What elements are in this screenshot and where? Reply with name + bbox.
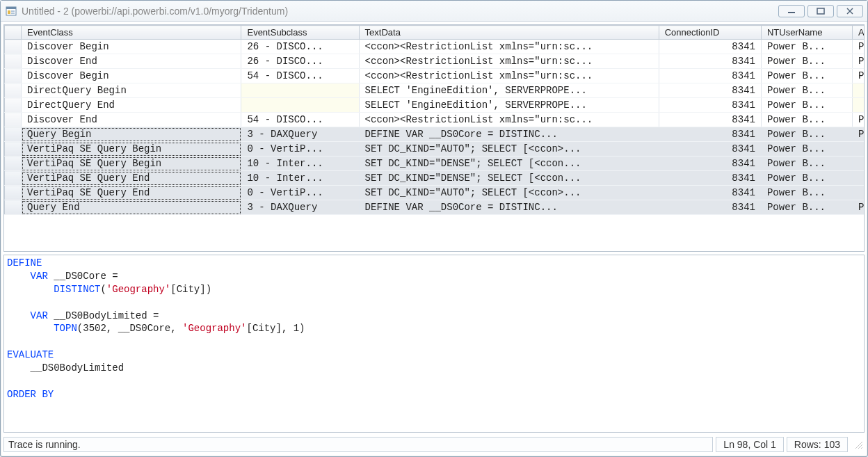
cell-textdata[interactable]: <ccon><RestrictionList xmlns="urn:sc... bbox=[359, 40, 659, 54]
grid-header-eventsubclass[interactable]: EventSubclass bbox=[241, 26, 359, 40]
cell-eventclass[interactable]: Discover Begin bbox=[22, 40, 241, 54]
cell-ntusername[interactable]: Power B... bbox=[761, 127, 852, 142]
row-selector[interactable] bbox=[5, 142, 22, 157]
cell-connectionid[interactable]: 8341 bbox=[659, 98, 761, 113]
row-selector[interactable] bbox=[5, 127, 22, 142]
table-row[interactable]: Query End3 - DAXQueryDEFINE VAR __DS0Cor… bbox=[5, 200, 865, 215]
cell-ntusername[interactable]: Power B... bbox=[761, 186, 852, 200]
cell-eventclass[interactable]: Query Begin bbox=[22, 127, 241, 142]
cell-eventclass[interactable]: VertiPaq SE Query End bbox=[22, 186, 241, 200]
cell-eventsubclass[interactable]: 3 - DAXQuery bbox=[241, 200, 359, 215]
cell-textdata[interactable]: <ccon><RestrictionList xmlns="urn:sc... bbox=[359, 54, 659, 69]
cell-textdata[interactable]: SET DC_KIND="AUTO"; SELECT [<ccon>... bbox=[359, 186, 659, 200]
row-selector[interactable] bbox=[5, 200, 22, 215]
row-selector[interactable] bbox=[5, 98, 22, 113]
table-row[interactable]: VertiPaq SE Query End0 - VertiP...SET DC… bbox=[5, 186, 865, 200]
cell-textdata[interactable]: <ccon><RestrictionList xmlns="urn:sc... bbox=[359, 69, 659, 83]
cell-connectionid[interactable]: 8341 bbox=[659, 171, 761, 186]
cell-application[interactable] bbox=[852, 157, 864, 171]
cell-ntusername[interactable]: Power B... bbox=[761, 142, 852, 157]
event-grid-scroll[interactable]: EventClass EventSubclass TextData Connec… bbox=[4, 25, 864, 251]
row-selector[interactable] bbox=[5, 83, 22, 98]
cell-textdata[interactable]: SET DC_KIND="AUTO"; SELECT [<ccon>... bbox=[359, 142, 659, 157]
cell-eventsubclass[interactable]: 0 - VertiP... bbox=[241, 186, 359, 200]
cell-application[interactable] bbox=[852, 142, 864, 157]
cell-connectionid[interactable]: 8341 bbox=[659, 113, 761, 127]
cell-eventclass[interactable]: VertiPaq SE Query End bbox=[22, 171, 241, 186]
cell-ntusername[interactable]: Power B... bbox=[761, 157, 852, 171]
row-selector[interactable] bbox=[5, 157, 22, 171]
cell-eventsubclass[interactable]: 26 - DISCO... bbox=[241, 40, 359, 54]
row-selector[interactable] bbox=[5, 171, 22, 186]
cell-application[interactable] bbox=[852, 171, 864, 186]
cell-textdata[interactable]: SELECT 'EngineEdition', SERVERPROPE... bbox=[359, 83, 659, 98]
event-grid[interactable]: EventClass EventSubclass TextData Connec… bbox=[4, 25, 864, 215]
cell-ntusername[interactable]: Power B... bbox=[761, 171, 852, 186]
query-editor[interactable]: DEFINE VAR __DS0Core = DISTINCT('Geograp… bbox=[3, 255, 865, 433]
cell-application[interactable]: PowerBI bbox=[852, 54, 864, 69]
cell-eventsubclass[interactable] bbox=[241, 98, 359, 113]
cell-eventclass[interactable]: DirectQuery Begin bbox=[22, 83, 241, 98]
cell-application[interactable]: PowerBI bbox=[852, 200, 864, 215]
cell-eventsubclass[interactable]: 26 - DISCO... bbox=[241, 54, 359, 69]
cell-connectionid[interactable]: 8341 bbox=[659, 83, 761, 98]
cell-ntusername[interactable]: Power B... bbox=[761, 83, 852, 98]
cell-application[interactable] bbox=[852, 186, 864, 200]
cell-ntusername[interactable]: Power B... bbox=[761, 98, 852, 113]
cell-textdata[interactable]: SELECT 'EngineEdition', SERVERPROPE... bbox=[359, 98, 659, 113]
cell-eventclass[interactable]: Discover End bbox=[22, 113, 241, 127]
grid-header-textdata[interactable]: TextData bbox=[359, 26, 659, 40]
minimize-button[interactable] bbox=[778, 5, 805, 17]
row-selector[interactable] bbox=[5, 69, 22, 83]
cell-connectionid[interactable]: 8341 bbox=[659, 127, 761, 142]
row-selector[interactable] bbox=[5, 40, 22, 54]
table-row[interactable]: Discover Begin26 - DISCO...<ccon><Restri… bbox=[5, 40, 865, 54]
cell-connectionid[interactable]: 8341 bbox=[659, 40, 761, 54]
cell-eventsubclass[interactable]: 54 - DISCO... bbox=[241, 113, 359, 127]
grid-header-ntusername[interactable]: NTUserName bbox=[761, 26, 852, 40]
cell-connectionid[interactable]: 8341 bbox=[659, 186, 761, 200]
cell-textdata[interactable]: SET DC_KIND="DENSE"; SELECT [<ccon... bbox=[359, 171, 659, 186]
row-selector[interactable] bbox=[5, 186, 22, 200]
cell-application[interactable]: PowerBI bbox=[852, 113, 864, 127]
table-row[interactable]: VertiPaq SE Query End10 - Inter...SET DC… bbox=[5, 171, 865, 186]
resize-grip-icon[interactable] bbox=[851, 438, 865, 451]
cell-connectionid[interactable]: 8341 bbox=[659, 157, 761, 171]
table-row[interactable]: DirectQuery End SELECT 'EngineEdition', … bbox=[5, 98, 865, 113]
row-selector[interactable] bbox=[5, 54, 22, 69]
cell-eventclass[interactable]: Discover Begin bbox=[22, 69, 241, 83]
grid-header-connectionid[interactable]: ConnectionID bbox=[659, 26, 761, 40]
maximize-button[interactable] bbox=[807, 5, 834, 17]
cell-connectionid[interactable]: 8341 bbox=[659, 142, 761, 157]
cell-eventclass[interactable]: VertiPaq SE Query Begin bbox=[22, 157, 241, 171]
cell-application[interactable] bbox=[852, 83, 864, 98]
table-row[interactable]: Query Begin3 - DAXQueryDEFINE VAR __DS0C… bbox=[5, 127, 865, 142]
table-row[interactable]: DirectQuery Begin SELECT 'EngineEdition'… bbox=[5, 83, 865, 98]
cell-eventsubclass[interactable] bbox=[241, 83, 359, 98]
grid-header-rownum[interactable] bbox=[5, 26, 22, 40]
cell-ntusername[interactable]: Power B... bbox=[761, 113, 852, 127]
table-row[interactable]: Discover End54 - DISCO...<ccon><Restrict… bbox=[5, 113, 865, 127]
cell-textdata[interactable]: SET DC_KIND="DENSE"; SELECT [<ccon... bbox=[359, 157, 659, 171]
cell-eventsubclass[interactable]: 10 - Inter... bbox=[241, 157, 359, 171]
cell-ntusername[interactable]: Power B... bbox=[761, 200, 852, 215]
cell-textdata[interactable]: DEFINE VAR __DS0Core = DISTINC... bbox=[359, 200, 659, 215]
table-row[interactable]: VertiPaq SE Query Begin0 - VertiP...SET … bbox=[5, 142, 865, 157]
grid-header-application[interactable]: Application bbox=[852, 26, 864, 40]
cell-application[interactable] bbox=[852, 98, 864, 113]
cell-connectionid[interactable]: 8341 bbox=[659, 200, 761, 215]
cell-eventsubclass[interactable]: 0 - VertiP... bbox=[241, 142, 359, 157]
cell-application[interactable]: PowerBI bbox=[852, 69, 864, 83]
cell-application[interactable]: PowerBI bbox=[852, 40, 864, 54]
cell-textdata[interactable]: <ccon><RestrictionList xmlns="urn:sc... bbox=[359, 113, 659, 127]
cell-ntusername[interactable]: Power B... bbox=[761, 54, 852, 69]
grid-header-eventclass[interactable]: EventClass bbox=[22, 26, 241, 40]
cell-eventsubclass[interactable]: 10 - Inter... bbox=[241, 171, 359, 186]
cell-ntusername[interactable]: Power B... bbox=[761, 69, 852, 83]
close-button[interactable] bbox=[837, 5, 863, 17]
row-selector[interactable] bbox=[5, 113, 22, 127]
cell-ntusername[interactable]: Power B... bbox=[761, 40, 852, 54]
cell-connectionid[interactable]: 8341 bbox=[659, 54, 761, 69]
cell-eventclass[interactable]: Discover End bbox=[22, 54, 241, 69]
table-row[interactable]: Discover End26 - DISCO...<ccon><Restrict… bbox=[5, 54, 865, 69]
